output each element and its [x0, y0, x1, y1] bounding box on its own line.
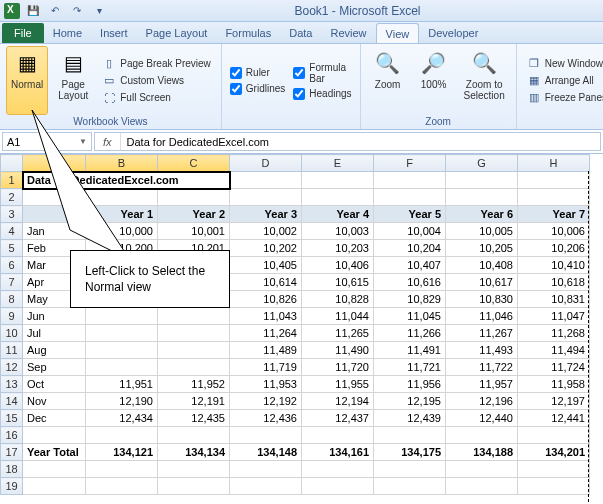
- cell[interactable]: 134,148: [230, 444, 302, 461]
- cell[interactable]: 10,617: [446, 274, 518, 291]
- cell[interactable]: 10,206: [518, 240, 590, 257]
- cell[interactable]: 11,264: [230, 325, 302, 342]
- cell[interactable]: 11,957: [446, 376, 518, 393]
- arrange-all-button[interactable]: ▦Arrange All: [523, 73, 603, 89]
- cell[interactable]: Year 6: [446, 206, 518, 223]
- cell[interactable]: 11,953: [230, 376, 302, 393]
- cell[interactable]: Jul: [23, 325, 86, 342]
- cell[interactable]: 11,493: [446, 342, 518, 359]
- gridlines-checkbox[interactable]: Gridlines: [228, 82, 287, 96]
- cell[interactable]: Sep: [23, 359, 86, 376]
- cell[interactable]: 11,951: [86, 376, 158, 393]
- col-header-H[interactable]: H: [518, 155, 590, 172]
- cell[interactable]: [230, 461, 302, 478]
- zoom-to-selection-button[interactable]: 🔍Zoom to Selection: [459, 46, 510, 115]
- row-header[interactable]: 10: [1, 325, 23, 342]
- cell[interactable]: 11,720: [302, 359, 374, 376]
- cell[interactable]: [446, 427, 518, 444]
- cell[interactable]: [86, 342, 158, 359]
- cell[interactable]: [518, 427, 590, 444]
- cell[interactable]: [23, 478, 86, 495]
- cell[interactable]: 12,196: [446, 393, 518, 410]
- cell[interactable]: [158, 461, 230, 478]
- cell[interactable]: [230, 172, 302, 189]
- row-header[interactable]: 13: [1, 376, 23, 393]
- cell[interactable]: 10,831: [518, 291, 590, 308]
- cell[interactable]: Year Total: [23, 444, 86, 461]
- cell[interactable]: [446, 172, 518, 189]
- cell[interactable]: Year 4: [302, 206, 374, 223]
- cell[interactable]: [302, 478, 374, 495]
- cell[interactable]: 12,436: [230, 410, 302, 427]
- cell[interactable]: 11,721: [374, 359, 446, 376]
- freeze-panes-button[interactable]: ▥Freeze Panes▾: [523, 90, 603, 106]
- cell[interactable]: [158, 342, 230, 359]
- cell[interactable]: 134,121: [86, 444, 158, 461]
- row-header[interactable]: 11: [1, 342, 23, 359]
- cell[interactable]: [158, 478, 230, 495]
- cell[interactable]: 11,956: [374, 376, 446, 393]
- cell[interactable]: [518, 189, 590, 206]
- cell[interactable]: [158, 427, 230, 444]
- cell[interactable]: 10,204: [374, 240, 446, 257]
- cell[interactable]: 11,047: [518, 308, 590, 325]
- cell[interactable]: 10,410: [518, 257, 590, 274]
- cell[interactable]: 10,407: [374, 257, 446, 274]
- cell[interactable]: 12,195: [374, 393, 446, 410]
- cell[interactable]: 11,267: [446, 325, 518, 342]
- cell[interactable]: 11,266: [374, 325, 446, 342]
- row-header[interactable]: 14: [1, 393, 23, 410]
- ruler-checkbox[interactable]: Ruler: [228, 66, 287, 80]
- cell[interactable]: [302, 189, 374, 206]
- cell[interactable]: 10,615: [302, 274, 374, 291]
- cell[interactable]: 10,828: [302, 291, 374, 308]
- cell[interactable]: 12,194: [302, 393, 374, 410]
- cell[interactable]: 12,441: [518, 410, 590, 427]
- cell[interactable]: [23, 427, 86, 444]
- cell[interactable]: [518, 461, 590, 478]
- cell[interactable]: [374, 427, 446, 444]
- cell[interactable]: Dec: [23, 410, 86, 427]
- cell[interactable]: 10,614: [230, 274, 302, 291]
- col-header-F[interactable]: F: [374, 155, 446, 172]
- cell[interactable]: Aug: [23, 342, 86, 359]
- row-header[interactable]: 17: [1, 444, 23, 461]
- cell[interactable]: [518, 478, 590, 495]
- cell[interactable]: 10,203: [302, 240, 374, 257]
- cell[interactable]: [374, 172, 446, 189]
- cell[interactable]: 10,405: [230, 257, 302, 274]
- row-header[interactable]: 18: [1, 461, 23, 478]
- cell[interactable]: [86, 478, 158, 495]
- cell[interactable]: [86, 461, 158, 478]
- tab-formulas[interactable]: Formulas: [216, 23, 280, 43]
- cell[interactable]: 12,191: [158, 393, 230, 410]
- cell[interactable]: 11,045: [374, 308, 446, 325]
- cell[interactable]: 12,440: [446, 410, 518, 427]
- cell[interactable]: 11,724: [518, 359, 590, 376]
- cell[interactable]: 11,491: [374, 342, 446, 359]
- cell[interactable]: Year 5: [374, 206, 446, 223]
- col-header-E[interactable]: E: [302, 155, 374, 172]
- cell[interactable]: [446, 478, 518, 495]
- cell[interactable]: 11,046: [446, 308, 518, 325]
- cell[interactable]: 11,043: [230, 308, 302, 325]
- cell[interactable]: [86, 325, 158, 342]
- cell[interactable]: 134,201: [518, 444, 590, 461]
- cell[interactable]: [86, 359, 158, 376]
- zoom-button[interactable]: 🔍Zoom: [367, 46, 409, 115]
- cell[interactable]: [446, 461, 518, 478]
- cell[interactable]: 11,952: [158, 376, 230, 393]
- cell[interactable]: 11,490: [302, 342, 374, 359]
- cell[interactable]: Year 7: [518, 206, 590, 223]
- tab-review[interactable]: Review: [321, 23, 375, 43]
- row-header[interactable]: 12: [1, 359, 23, 376]
- cell[interactable]: 10,406: [302, 257, 374, 274]
- row-header[interactable]: 16: [1, 427, 23, 444]
- cell[interactable]: 11,494: [518, 342, 590, 359]
- cell[interactable]: 134,134: [158, 444, 230, 461]
- cell[interactable]: [374, 478, 446, 495]
- cell[interactable]: [158, 325, 230, 342]
- headings-checkbox[interactable]: Headings: [291, 87, 353, 101]
- cell[interactable]: [374, 461, 446, 478]
- cell[interactable]: 12,435: [158, 410, 230, 427]
